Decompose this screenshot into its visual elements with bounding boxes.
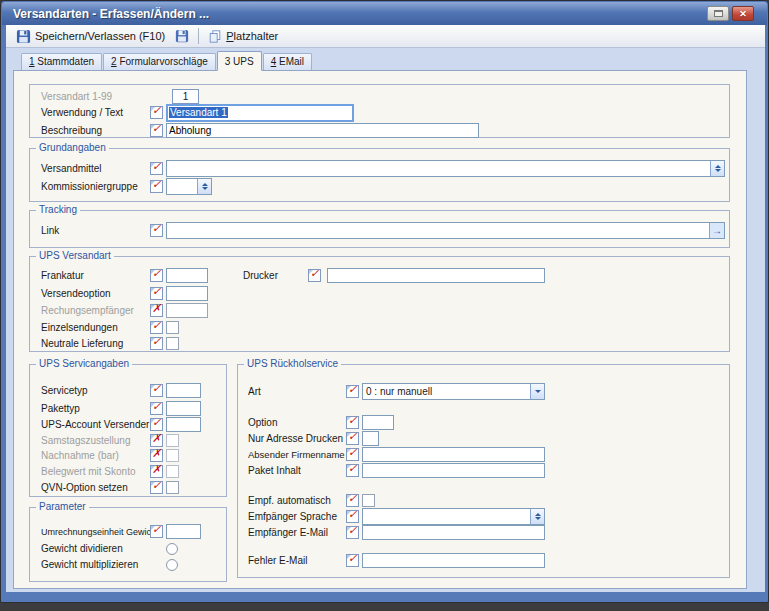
go-arrow-icon: → <box>712 225 722 236</box>
dropdown-arrow-icon[interactable] <box>530 384 544 399</box>
row-link: Link ✓ → <box>41 222 725 239</box>
field-enabled-icon[interactable]: ✓ <box>346 464 359 477</box>
field-disabled-icon[interactable]: ✗ <box>150 434 163 447</box>
link-input[interactable]: → <box>166 222 725 239</box>
qvn-option-checkbox[interactable] <box>166 481 179 494</box>
spinner-up-down-icon[interactable] <box>710 161 724 176</box>
einzelsendungen-checkbox[interactable] <box>166 321 179 334</box>
field-enabled-icon[interactable]: ✓ <box>150 481 163 494</box>
save-icon <box>175 29 189 43</box>
ups-servicangaben-group: UPS Servicangaben Servicetyp ✓ Pakettyp … <box>29 364 227 497</box>
client-area: Speichern/Verlassen (F10) Platzhalter 1 … <box>6 25 765 592</box>
field-enabled-icon[interactable]: ✓ <box>150 269 163 282</box>
beschreibung-input[interactable] <box>166 123 479 138</box>
selected-text: Versandart 1 <box>169 107 228 118</box>
field-enabled-icon[interactable]: ✓ <box>150 418 163 431</box>
window-title: Versandarten - Erfassen/Ändern ... <box>2 7 209 21</box>
field-enabled-icon[interactable]: ✓ <box>150 224 163 237</box>
belegwert-checkbox <box>166 465 179 478</box>
absender-firmenname-label: Absender Firmenname <box>248 449 346 460</box>
platzhalter-button[interactable]: Platzhalter <box>203 27 283 46</box>
tab-email[interactable]: 4 EMail <box>263 53 312 70</box>
field-enabled-icon[interactable]: ✓ <box>150 525 163 538</box>
ups-account-input[interactable] <box>166 417 201 432</box>
spinner-up-down-icon[interactable] <box>530 509 544 524</box>
art-label: Art <box>248 386 346 397</box>
empfaenger-sprache-select[interactable] <box>362 508 545 525</box>
empfaenger-email-input[interactable] <box>362 525 545 540</box>
close-button[interactable]: ✕ <box>732 6 754 21</box>
field-enabled-icon[interactable]: ✓ <box>308 269 321 282</box>
versandmittel-select[interactable] <box>166 160 725 177</box>
nur-adresse-drucken-input[interactable] <box>362 431 379 446</box>
ups-account-label: UPS-Account Versender <box>41 419 150 430</box>
field-enabled-icon[interactable]: ✓ <box>346 554 359 567</box>
rechnungsempfaenger-label: Rechungsempfänger <box>41 305 150 316</box>
maximize-button[interactable] <box>707 6 729 21</box>
versandmittel-label: Versandmittel <box>41 163 150 174</box>
field-enabled-icon[interactable]: ✓ <box>346 416 359 429</box>
field-enabled-icon[interactable]: ✓ <box>346 510 359 523</box>
field-enabled-icon[interactable]: ✓ <box>150 384 163 397</box>
versendeoption-input[interactable] <box>166 286 208 301</box>
field-enabled-icon[interactable]: ✓ <box>150 162 163 175</box>
field-disabled-icon[interactable]: ✗ <box>150 465 163 478</box>
row-einzelsendungen: Einzelsendungen ✓ <box>41 319 725 336</box>
empfaenger-sprache-label: Emfpänger Sprache <box>248 511 346 522</box>
frankatur-input[interactable] <box>166 268 208 283</box>
close-icon: ✕ <box>739 9 747 19</box>
verwendung-input[interactable]: Versandart 1 <box>166 104 354 122</box>
kommissioniergruppe-label: Kommissioniergruppe <box>41 181 150 192</box>
tab-formularvorschlaege[interactable]: 2 Formularvorschläge <box>103 53 216 70</box>
ups-tab-panel: Versandart 1-99 1 Verwendung / Text ✓ Ve… <box>13 70 747 589</box>
fehler-email-input[interactable] <box>362 553 545 568</box>
row-neutrale-lieferung: Neutrale Lieferung ✓ <box>41 335 725 352</box>
field-enabled-icon[interactable]: ✓ <box>150 287 163 300</box>
absender-firmenname-input[interactable] <box>362 447 545 462</box>
art-select[interactable]: 0 : nur manuell <box>362 383 545 400</box>
option-input[interactable] <box>362 415 394 430</box>
field-enabled-icon[interactable]: ✓ <box>150 106 163 119</box>
field-enabled-icon[interactable]: ✓ <box>150 337 163 350</box>
row-empfaenger-sprache: Emfpänger Sprache ✓ <box>248 508 725 525</box>
verwendung-label: Verwendung / Text <box>41 107 150 118</box>
field-disabled-icon[interactable]: ✗ <box>150 449 163 462</box>
beschreibung-label: Beschreibung <box>41 125 150 136</box>
field-enabled-icon[interactable]: ✓ <box>346 494 359 507</box>
drucker-label: Drucker <box>243 270 308 281</box>
field-enabled-icon[interactable]: ✓ <box>346 526 359 539</box>
save-icon <box>16 29 31 44</box>
field-enabled-icon[interactable]: ✓ <box>150 124 163 137</box>
row-absender-firmenname: Absender Firmenname ✓ <box>248 446 725 463</box>
tab-stammdaten[interactable]: 1 Stammdaten <box>21 53 102 70</box>
gewicht-dividieren-label: Gewicht dividieren <box>41 543 166 554</box>
field-enabled-icon[interactable]: ✓ <box>346 385 359 398</box>
neutrale-lieferung-checkbox[interactable] <box>166 337 179 350</box>
kommissioniergruppe-spinner[interactable] <box>166 178 212 195</box>
fehler-email-label: Fehler E-Mail <box>248 555 346 566</box>
gewicht-multiplizieren-radio[interactable] <box>166 559 178 571</box>
field-enabled-icon[interactable]: ✓ <box>150 402 163 415</box>
row-verwendung: Verwendung / Text ✓ Versandart 1 <box>41 104 725 121</box>
tab-ups[interactable]: 3 UPS <box>217 51 262 71</box>
field-enabled-icon[interactable]: ✓ <box>150 180 163 193</box>
save-exit-button[interactable]: Speichern/Verlassen (F10) <box>11 27 170 46</box>
spinner-up-down-icon[interactable] <box>197 179 211 194</box>
pakettyp-input[interactable] <box>166 401 201 416</box>
field-enabled-icon[interactable]: ✓ <box>150 321 163 334</box>
field-disabled-icon[interactable]: ✗ <box>150 304 163 317</box>
servicetyp-input[interactable] <box>166 383 201 398</box>
umrechnungseinheit-input[interactable] <box>166 524 201 539</box>
field-enabled-icon[interactable]: ✓ <box>346 448 359 461</box>
save-button[interactable] <box>170 27 194 45</box>
row-paket-inhalt: Paket Inhalt ✓ <box>248 462 725 479</box>
gewicht-dividieren-radio[interactable] <box>166 543 178 555</box>
empf-automatisch-checkbox[interactable] <box>362 494 375 507</box>
group-title: Tracking <box>36 204 80 215</box>
field-enabled-icon[interactable]: ✓ <box>346 432 359 445</box>
window-controls: ✕ <box>707 6 754 21</box>
open-link-button[interactable]: → <box>709 223 724 238</box>
versendeoption-label: Versendeoption <box>41 288 150 299</box>
drucker-input[interactable] <box>327 268 545 283</box>
paket-inhalt-input[interactable] <box>362 463 545 478</box>
